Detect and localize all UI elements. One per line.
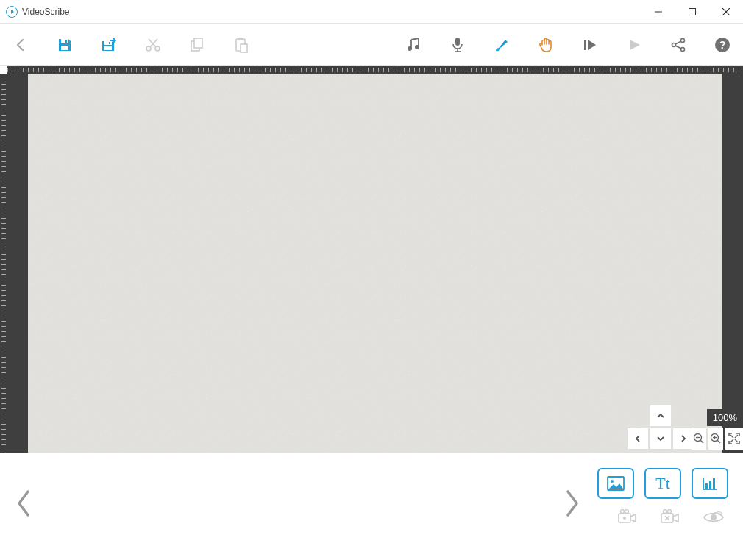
help-button[interactable]: ? <box>712 35 733 55</box>
svg-line-29 <box>675 41 681 44</box>
brush-button[interactable] <box>491 35 512 55</box>
titlebar-left: VideoScribe <box>6 6 70 18</box>
svg-point-45 <box>611 480 614 483</box>
play-from-start-button[interactable] <box>580 35 600 55</box>
svg-text:?: ? <box>719 39 726 51</box>
svg-line-42 <box>735 439 738 442</box>
svg-line-12 <box>150 39 157 47</box>
window-controls <box>641 0 743 24</box>
svg-point-20 <box>415 45 419 49</box>
fit-screen-button[interactable] <box>725 428 743 450</box>
svg-line-13 <box>149 39 156 47</box>
hand-button[interactable] <box>536 35 556 55</box>
maximize-button[interactable] <box>675 0 709 24</box>
delete-camera-button[interactable] <box>656 506 686 528</box>
app-icon <box>6 6 18 18</box>
app-title: VideoScribe <box>22 7 70 17</box>
svg-rect-4 <box>61 39 68 43</box>
svg-line-37 <box>717 440 720 443</box>
toolbar-left <box>10 35 252 55</box>
back-button[interactable] <box>10 35 31 55</box>
svg-point-54 <box>623 517 626 520</box>
share-button[interactable] <box>668 35 689 55</box>
zoom-controls <box>692 428 743 450</box>
titlebar: VideoScribe <box>0 0 743 24</box>
svg-rect-50 <box>713 478 715 489</box>
paste-button[interactable] <box>231 35 252 55</box>
play-button[interactable] <box>624 35 644 55</box>
timeline-next-button[interactable] <box>564 487 581 526</box>
svg-point-60 <box>711 514 717 520</box>
close-button[interactable] <box>709 0 743 24</box>
zoom-out-button[interactable] <box>692 428 706 450</box>
record-camera-button[interactable] <box>614 506 643 528</box>
canvas-navigation <box>627 405 694 450</box>
add-chart-button[interactable] <box>692 468 728 499</box>
svg-rect-18 <box>241 44 247 52</box>
save-button[interactable] <box>54 35 75 55</box>
svg-rect-48 <box>705 483 708 489</box>
add-image-button[interactable] <box>597 468 634 499</box>
svg-rect-7 <box>104 41 112 45</box>
add-text-button[interactable]: Tt <box>644 468 681 499</box>
zoom-in-button[interactable] <box>708 428 723 450</box>
music-button[interactable] <box>403 35 424 55</box>
ruler-horizontal <box>7 66 743 74</box>
svg-rect-5 <box>65 40 67 43</box>
timeline-panel: Tt <box>0 453 743 560</box>
svg-point-57 <box>668 510 672 514</box>
canvas-workspace[interactable] <box>28 74 722 453</box>
main-toolbar: ? <box>0 24 743 66</box>
svg-rect-9 <box>104 46 112 50</box>
svg-line-43 <box>730 439 733 442</box>
preview-eye-button[interactable] <box>699 506 728 528</box>
svg-line-30 <box>675 46 681 49</box>
add-text-label: Tt <box>655 474 670 493</box>
svg-rect-15 <box>194 38 202 48</box>
svg-line-41 <box>735 435 738 438</box>
timeline-prev-button[interactable] <box>15 487 32 526</box>
toolbar-right: ? <box>403 35 733 55</box>
microphone-button[interactable] <box>447 35 468 55</box>
svg-rect-49 <box>709 481 711 489</box>
cut-button[interactable] <box>143 35 163 55</box>
svg-rect-17 <box>238 38 243 40</box>
zoom-level: 100% <box>707 409 743 426</box>
pan-down-button[interactable] <box>650 428 672 450</box>
canvas-area: 100% <box>0 66 743 453</box>
svg-line-40 <box>730 435 733 438</box>
canvas-viewport[interactable]: 100% <box>7 74 743 453</box>
minimize-button[interactable] <box>641 0 675 24</box>
svg-rect-6 <box>61 46 68 50</box>
ruler-vertical <box>0 74 7 453</box>
svg-point-52 <box>621 510 625 514</box>
add-element-panel: Tt <box>597 468 728 528</box>
svg-rect-8 <box>109 42 110 44</box>
svg-rect-22 <box>455 38 460 46</box>
svg-rect-1 <box>689 8 696 15</box>
copy-button[interactable] <box>187 35 207 55</box>
svg-point-53 <box>625 510 629 514</box>
svg-line-34 <box>700 440 703 443</box>
svg-point-56 <box>664 510 667 514</box>
pan-up-button[interactable] <box>650 405 672 427</box>
export-button[interactable] <box>99 35 119 55</box>
svg-rect-25 <box>584 40 586 50</box>
pan-left-button[interactable] <box>627 428 649 450</box>
